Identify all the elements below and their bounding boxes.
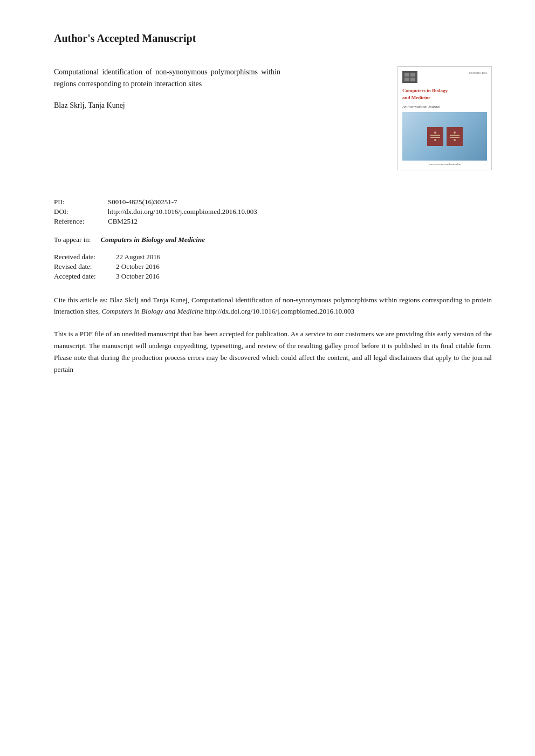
accepted-label: Accepted date: xyxy=(54,272,116,281)
svg-rect-2 xyxy=(404,78,409,81)
cover-icon-dot2 xyxy=(434,139,436,141)
cover-icon-left xyxy=(427,127,443,146)
cover-icon-line2 xyxy=(430,137,440,138)
revised-label: Revised date: xyxy=(54,262,116,272)
cover-journal-title: Computers in Biology and Medicine xyxy=(402,87,487,101)
cover-icon-line4 xyxy=(450,137,459,138)
metadata-table: PII: S0010-4825(16)30251-7 DOI: http://d… xyxy=(54,197,257,226)
ref-row: Reference: CBM2512 xyxy=(54,217,257,226)
cite-journal: Computers in Biology and Medicine xyxy=(101,307,203,315)
cover-icon-line3 xyxy=(450,135,459,136)
manuscript-page: Author's Accepted Manuscript Computation… xyxy=(0,0,535,756)
cover-image xyxy=(402,112,487,161)
doi-value: http://dx.doi.org/10.1016/j.compbiomed.2… xyxy=(108,207,257,217)
cover-title-box: Computers in Biology and Medicine xyxy=(402,85,487,103)
cover-icon-line xyxy=(430,135,440,136)
cover-subtitle: An International Journal xyxy=(402,105,487,109)
cover-icon-dot xyxy=(434,131,436,134)
doi-row: DOI: http://dx.doi.org/10.1016/j.compbio… xyxy=(54,207,257,217)
cover-icon-right xyxy=(447,127,463,146)
cover-issn: ISSN 0010-4825 xyxy=(469,71,487,75)
elsevier-logo xyxy=(402,71,417,83)
cite-block: Cite this article as: Blaz Skrlj and Tan… xyxy=(54,295,492,317)
svg-rect-3 xyxy=(410,78,415,81)
accepted-value: 3 October 2016 xyxy=(116,272,160,281)
cover-icon-dot3 xyxy=(454,131,456,134)
revised-value: 2 October 2016 xyxy=(116,262,160,272)
pii-row: PII: S0010-4825(16)30251-7 xyxy=(54,197,257,207)
to-appear-label: To appear in: xyxy=(54,235,91,244)
received-value: 22 August 2016 xyxy=(116,252,160,262)
cover-url: www.elsevier.com/locate/cbm xyxy=(402,163,487,165)
accepted-row: Accepted date: 3 October 2016 xyxy=(54,272,160,281)
authors: Blaz Skrlj, Tanja Kunej xyxy=(54,101,280,110)
doi-label: DOI: xyxy=(54,207,108,217)
received-label: Received date: xyxy=(54,252,116,262)
dates-table: Received date: 22 August 2016 Revised da… xyxy=(54,252,160,281)
revised-row: Revised date: 2 October 2016 xyxy=(54,262,160,272)
journal-cover: ISSN 0010-4825 Computers in Biology and … xyxy=(397,66,492,170)
cover-icon-dot4 xyxy=(454,139,456,141)
cite-doi: http://dx.doi.org/10.1016/j.compbiomed.2… xyxy=(205,307,354,315)
description-block: This is a PDF file of an unedited manusc… xyxy=(54,328,492,376)
ref-value: CBM2512 xyxy=(108,217,257,226)
cover-header: ISSN 0010-4825 xyxy=(402,71,487,83)
top-section: Computational identification of non-syno… xyxy=(54,66,492,170)
paper-title: Computational identification of non-syno… xyxy=(54,66,280,91)
pii-label: PII: xyxy=(54,197,108,207)
left-content: Computational identification of non-syno… xyxy=(54,66,280,110)
metadata-section: PII: S0010-4825(16)30251-7 DOI: http://d… xyxy=(54,197,492,281)
svg-rect-0 xyxy=(404,73,409,77)
page-title: Author's Accepted Manuscript xyxy=(54,32,492,45)
cover-decorative-icons xyxy=(427,127,463,146)
ref-label: Reference: xyxy=(54,217,108,226)
pii-value: S0010-4825(16)30251-7 xyxy=(108,197,257,207)
to-appear-journal: Computers in Biology and Medicine xyxy=(100,235,205,244)
received-row: Received date: 22 August 2016 xyxy=(54,252,160,262)
svg-rect-1 xyxy=(410,73,415,77)
to-appear-row: To appear in: Computers in Biology and M… xyxy=(54,234,492,244)
